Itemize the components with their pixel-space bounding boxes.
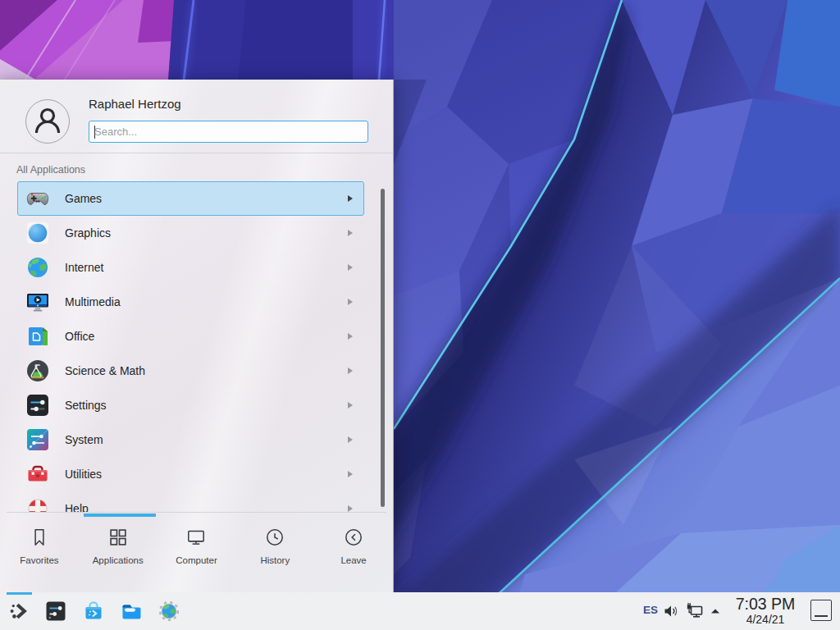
submenu-arrow-icon	[347, 470, 354, 478]
system-settings-icon[interactable]	[44, 600, 67, 623]
category-label: Graphics	[65, 226, 111, 240]
category-help[interactable]: Help	[17, 491, 364, 512]
grid-icon	[107, 527, 129, 548]
tab-label: Favorites	[20, 555, 58, 565]
expand-tray-icon[interactable]	[709, 605, 722, 618]
bookmark-icon	[29, 527, 50, 548]
header-divider	[0, 153, 393, 153]
discover-icon[interactable]	[82, 600, 105, 623]
section-label: All Applications	[16, 164, 85, 176]
category-label: Science & Math	[65, 364, 145, 377]
globe-icon	[25, 254, 51, 281]
submenu-arrow-icon	[347, 367, 354, 375]
category-list: Games Graphics	[17, 181, 364, 512]
search-field[interactable]	[89, 121, 368, 143]
active-tab-indicator	[84, 514, 156, 517]
category-games[interactable]: Games	[17, 181, 364, 216]
user-avatar[interactable]	[25, 99, 70, 144]
category-system[interactable]: System	[17, 422, 364, 457]
desktop: Raphael Hertzog All Applications Game	[0, 0, 840, 630]
category-label: Office	[65, 330, 94, 343]
user-icon	[26, 100, 69, 143]
tab-leave[interactable]: Leave	[314, 518, 393, 591]
category-label: System	[65, 433, 103, 446]
search-input[interactable]	[89, 121, 368, 142]
category-graphics[interactable]: Graphics	[17, 216, 364, 250]
tab-applications[interactable]: Applications	[79, 518, 158, 591]
category-utilities[interactable]: Utilities	[17, 457, 364, 491]
office-documents-icon	[25, 323, 51, 349]
graphics-sphere-icon	[25, 220, 51, 246]
category-multimedia[interactable]: Multimedia	[17, 285, 364, 319]
utilities-toolbox-icon	[25, 461, 51, 487]
taskbar-panel: ES 7:03 PM 4/24/21	[0, 592, 840, 630]
monitor-icon	[185, 527, 207, 548]
clock-date: 4/24/21	[730, 613, 801, 626]
multimedia-monitor-icon	[25, 289, 51, 315]
volume-icon[interactable]	[662, 602, 680, 620]
tab-label: Applications	[93, 555, 144, 565]
category-office[interactable]: Office	[17, 319, 364, 354]
show-desktop-icon	[815, 615, 828, 617]
submenu-arrow-icon	[347, 401, 354, 409]
file-manager-icon[interactable]	[120, 600, 143, 623]
settings-sliders-icon	[25, 392, 51, 418]
application-launcher-icon[interactable]	[7, 600, 30, 623]
submenu-arrow-icon	[347, 332, 354, 340]
category-label: Multimedia	[65, 295, 121, 308]
digital-clock[interactable]: 7:03 PM 4/24/21	[730, 595, 801, 626]
category-settings[interactable]: Settings	[17, 388, 364, 422]
launcher-tab-bar: Favorites Applications	[0, 518, 393, 591]
category-science-math[interactable]: Science & Math	[17, 354, 364, 388]
tab-computer[interactable]: Computer	[158, 518, 236, 591]
tab-label: History	[260, 555, 290, 565]
keyboard-layout-indicator[interactable]: ES	[639, 604, 662, 616]
clock-time: 7:03 PM	[730, 595, 801, 613]
category-internet[interactable]: Internet	[17, 250, 364, 285]
gamepad-icon	[25, 185, 51, 212]
tab-history[interactable]: History	[235, 518, 314, 591]
application-launcher-menu: Raphael Hertzog All Applications Game	[0, 80, 394, 592]
science-flask-icon	[25, 358, 51, 384]
category-label: Internet	[65, 261, 103, 274]
submenu-arrow-icon	[347, 229, 354, 237]
tab-label: Leave	[340, 555, 366, 565]
category-label: Games	[65, 192, 102, 205]
submenu-arrow-icon	[347, 263, 354, 272]
category-label: Settings	[65, 399, 107, 412]
list-scrollbar[interactable]	[381, 189, 385, 507]
submenu-arrow-icon	[347, 504, 354, 512]
footer-divider	[7, 512, 386, 513]
clock-icon	[264, 527, 285, 548]
network-icon[interactable]	[685, 601, 705, 621]
wallpaper-indigo-strip	[168, 0, 394, 80]
category-label: Help	[65, 502, 89, 512]
web-browser-icon[interactable]	[158, 600, 180, 623]
tab-favorites[interactable]: Favorites	[0, 518, 79, 591]
launcher-active-indicator	[7, 592, 32, 595]
help-lifebuoy-icon	[25, 495, 51, 512]
submenu-arrow-icon	[347, 298, 354, 306]
submenu-arrow-icon	[347, 194, 354, 203]
submenu-arrow-icon	[347, 436, 354, 444]
show-desktop-button[interactable]	[810, 600, 832, 621]
tab-label: Computer	[176, 555, 217, 565]
user-display-name: Raphael Hertzog	[89, 97, 181, 111]
leave-icon	[343, 527, 364, 548]
system-sliders-icon	[25, 427, 51, 453]
wallpaper-purple-corner	[0, 0, 174, 80]
category-label: Utilities	[65, 468, 102, 481]
